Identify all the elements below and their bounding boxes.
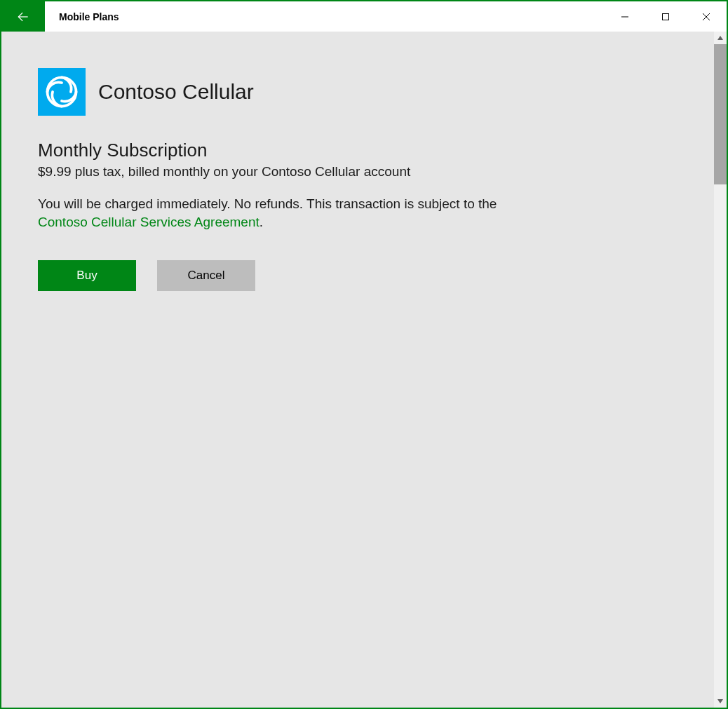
svg-marker-5	[717, 36, 723, 40]
svg-rect-2	[663, 13, 669, 20]
button-row: Buy Cancel	[38, 260, 678, 291]
arrow-left-icon	[16, 10, 30, 24]
disclaimer-before: You will be charged immediately. No refu…	[38, 196, 497, 211]
scroll-down-button[interactable]	[714, 695, 727, 708]
brand-name: Contoso Cellular	[98, 80, 254, 104]
swirl-icon	[43, 73, 81, 111]
scroll-thumb[interactable]	[714, 44, 727, 184]
plan-title: Monthly Subscription	[38, 140, 678, 161]
titlebar: Mobile Plans	[1, 1, 727, 32]
brand-header: Contoso Cellular	[38, 68, 678, 116]
chevron-up-icon	[717, 34, 724, 41]
svg-marker-6	[717, 699, 723, 703]
close-button[interactable]	[686, 1, 727, 32]
content-wrapper: Contoso Cellular Monthly Subscription $9…	[1, 32, 727, 708]
content-area: Contoso Cellular Monthly Subscription $9…	[1, 32, 714, 708]
minimize-button[interactable]	[605, 1, 645, 32]
vertical-scrollbar[interactable]	[714, 32, 727, 708]
close-icon	[702, 13, 710, 21]
plan-price-line: $9.99 plus tax, billed monthly on your C…	[38, 164, 678, 180]
disclaimer-text: You will be charged immediately. No refu…	[38, 195, 501, 231]
brand-logo	[38, 68, 86, 116]
cancel-button[interactable]: Cancel	[157, 260, 255, 291]
minimize-icon	[621, 13, 629, 21]
buy-button[interactable]: Buy	[38, 260, 136, 291]
window-controls	[605, 1, 727, 32]
maximize-icon	[661, 13, 670, 21]
back-button[interactable]	[1, 1, 45, 32]
app-window: Mobile Plans	[0, 0, 728, 709]
scroll-up-button[interactable]	[714, 32, 727, 44]
chevron-down-icon	[717, 698, 724, 705]
maximize-button[interactable]	[645, 1, 686, 32]
window-title: Mobile Plans	[45, 1, 605, 32]
services-agreement-link[interactable]: Contoso Cellular Services Agreement	[38, 215, 259, 229]
disclaimer-after: .	[259, 215, 263, 229]
